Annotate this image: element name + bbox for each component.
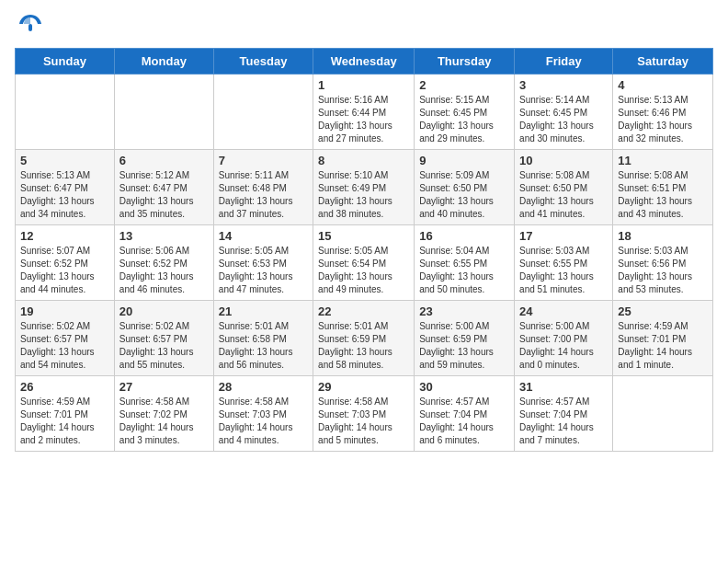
calendar-day-cell: 15Sunrise: 5:05 AM Sunset: 6:54 PM Dayli… <box>313 225 415 301</box>
day-info: Sunrise: 5:08 AM Sunset: 6:50 PM Dayligh… <box>519 169 608 221</box>
day-number: 29 <box>318 380 409 394</box>
day-number: 30 <box>419 380 509 394</box>
svg-rect-0 <box>28 24 32 31</box>
day-info: Sunrise: 5:00 AM Sunset: 7:00 PM Dayligh… <box>519 320 608 372</box>
day-number: 5 <box>20 154 109 167</box>
day-info: Sunrise: 5:05 AM Sunset: 6:53 PM Dayligh… <box>219 245 308 296</box>
calendar-day-cell: 13Sunrise: 5:06 AM Sunset: 6:52 PM Dayli… <box>114 225 213 301</box>
calendar-day-cell: 6Sunrise: 5:12 AM Sunset: 6:47 PM Daylig… <box>114 150 213 225</box>
day-info: Sunrise: 5:01 AM Sunset: 6:59 PM Dayligh… <box>318 320 409 372</box>
day-info: Sunrise: 4:57 AM Sunset: 7:04 PM Dayligh… <box>419 396 509 447</box>
day-number: 13 <box>119 229 209 243</box>
empty-day-cell <box>613 376 713 452</box>
day-of-week-header: Tuesday <box>213 49 313 75</box>
calendar-day-cell: 7Sunrise: 5:11 AM Sunset: 6:48 PM Daylig… <box>213 150 313 225</box>
day-info: Sunrise: 5:05 AM Sunset: 6:54 PM Dayligh… <box>318 245 409 296</box>
calendar-day-cell: 28Sunrise: 4:58 AM Sunset: 7:03 PM Dayli… <box>213 376 313 452</box>
calendar-day-cell: 22Sunrise: 5:01 AM Sunset: 6:59 PM Dayli… <box>313 301 415 376</box>
day-info: Sunrise: 5:09 AM Sunset: 6:50 PM Dayligh… <box>419 169 509 221</box>
day-info: Sunrise: 5:07 AM Sunset: 6:52 PM Dayligh… <box>20 245 109 296</box>
day-info: Sunrise: 4:58 AM Sunset: 7:03 PM Dayligh… <box>219 396 308 447</box>
day-number: 7 <box>219 154 308 167</box>
day-info: Sunrise: 4:58 AM Sunset: 7:02 PM Dayligh… <box>119 396 209 447</box>
calendar-day-cell: 18Sunrise: 5:03 AM Sunset: 6:56 PM Dayli… <box>613 225 713 301</box>
day-info: Sunrise: 5:15 AM Sunset: 6:45 PM Dayligh… <box>419 94 509 145</box>
calendar-day-cell: 10Sunrise: 5:08 AM Sunset: 6:50 PM Dayli… <box>515 150 613 225</box>
page-header <box>15 15 713 37</box>
calendar-header-row: SundayMondayTuesdayWednesdayThursdayFrid… <box>16 49 713 75</box>
logo-icon <box>17 11 43 37</box>
calendar-day-cell: 29Sunrise: 4:58 AM Sunset: 7:03 PM Dayli… <box>313 376 415 452</box>
day-of-week-header: Sunday <box>16 49 115 75</box>
day-number: 21 <box>219 304 308 318</box>
day-number: 11 <box>618 154 708 167</box>
calendar-day-cell: 12Sunrise: 5:07 AM Sunset: 6:52 PM Dayli… <box>16 225 115 301</box>
day-number: 15 <box>318 229 409 243</box>
calendar-day-cell: 26Sunrise: 4:59 AM Sunset: 7:01 PM Dayli… <box>16 376 115 452</box>
calendar-day-cell: 21Sunrise: 5:01 AM Sunset: 6:58 PM Dayli… <box>213 301 313 376</box>
day-number: 25 <box>618 304 708 318</box>
empty-day-cell <box>16 75 115 150</box>
day-number: 26 <box>20 380 109 394</box>
day-info: Sunrise: 5:11 AM Sunset: 6:48 PM Dayligh… <box>219 169 308 221</box>
day-info: Sunrise: 5:16 AM Sunset: 6:44 PM Dayligh… <box>318 94 409 145</box>
calendar-week-row: 1Sunrise: 5:16 AM Sunset: 6:44 PM Daylig… <box>16 75 713 150</box>
day-info: Sunrise: 4:58 AM Sunset: 7:03 PM Dayligh… <box>318 396 409 447</box>
calendar-day-cell: 11Sunrise: 5:08 AM Sunset: 6:51 PM Dayli… <box>613 150 713 225</box>
day-number: 24 <box>519 304 608 318</box>
day-info: Sunrise: 5:02 AM Sunset: 6:57 PM Dayligh… <box>119 320 209 372</box>
day-number: 4 <box>618 78 708 92</box>
day-info: Sunrise: 5:08 AM Sunset: 6:51 PM Dayligh… <box>618 169 708 221</box>
calendar-week-row: 19Sunrise: 5:02 AM Sunset: 6:57 PM Dayli… <box>16 301 713 376</box>
day-number: 23 <box>419 304 509 318</box>
day-of-week-header: Saturday <box>613 49 713 75</box>
calendar-day-cell: 9Sunrise: 5:09 AM Sunset: 6:50 PM Daylig… <box>415 150 515 225</box>
day-info: Sunrise: 5:00 AM Sunset: 6:59 PM Dayligh… <box>419 320 509 372</box>
day-number: 20 <box>119 304 209 318</box>
calendar-day-cell: 5Sunrise: 5:13 AM Sunset: 6:47 PM Daylig… <box>16 150 115 225</box>
logo <box>15 15 43 37</box>
calendar-day-cell: 31Sunrise: 4:57 AM Sunset: 7:04 PM Dayli… <box>515 376 613 452</box>
day-of-week-header: Monday <box>114 49 213 75</box>
day-info: Sunrise: 5:01 AM Sunset: 6:58 PM Dayligh… <box>219 320 308 372</box>
day-info: Sunrise: 5:14 AM Sunset: 6:45 PM Dayligh… <box>519 94 608 145</box>
calendar-day-cell: 16Sunrise: 5:04 AM Sunset: 6:55 PM Dayli… <box>415 225 515 301</box>
day-number: 8 <box>318 154 409 167</box>
calendar-day-cell: 8Sunrise: 5:10 AM Sunset: 6:49 PM Daylig… <box>313 150 415 225</box>
day-number: 17 <box>519 229 608 243</box>
day-number: 9 <box>419 154 509 167</box>
day-info: Sunrise: 5:13 AM Sunset: 6:46 PM Dayligh… <box>618 94 708 145</box>
day-info: Sunrise: 5:06 AM Sunset: 6:52 PM Dayligh… <box>119 245 209 296</box>
calendar-day-cell: 27Sunrise: 4:58 AM Sunset: 7:02 PM Dayli… <box>114 376 213 452</box>
day-number: 12 <box>20 229 109 243</box>
calendar-week-row: 26Sunrise: 4:59 AM Sunset: 7:01 PM Dayli… <box>16 376 713 452</box>
calendar-day-cell: 23Sunrise: 5:00 AM Sunset: 6:59 PM Dayli… <box>415 301 515 376</box>
day-number: 28 <box>219 380 308 394</box>
calendar-week-row: 12Sunrise: 5:07 AM Sunset: 6:52 PM Dayli… <box>16 225 713 301</box>
calendar-day-cell: 2Sunrise: 5:15 AM Sunset: 6:45 PM Daylig… <box>415 75 515 150</box>
day-info: Sunrise: 5:13 AM Sunset: 6:47 PM Dayligh… <box>20 169 109 221</box>
day-of-week-header: Friday <box>515 49 613 75</box>
calendar-day-cell: 4Sunrise: 5:13 AM Sunset: 6:46 PM Daylig… <box>613 75 713 150</box>
calendar-day-cell: 3Sunrise: 5:14 AM Sunset: 6:45 PM Daylig… <box>515 75 613 150</box>
calendar-day-cell: 25Sunrise: 4:59 AM Sunset: 7:01 PM Dayli… <box>613 301 713 376</box>
day-number: 6 <box>119 154 209 167</box>
day-number: 2 <box>419 78 509 92</box>
day-info: Sunrise: 5:03 AM Sunset: 6:56 PM Dayligh… <box>618 245 708 296</box>
day-number: 31 <box>519 380 608 394</box>
day-number: 19 <box>20 304 109 318</box>
day-info: Sunrise: 4:59 AM Sunset: 7:01 PM Dayligh… <box>618 320 708 372</box>
day-info: Sunrise: 4:57 AM Sunset: 7:04 PM Dayligh… <box>519 396 608 447</box>
day-info: Sunrise: 5:03 AM Sunset: 6:55 PM Dayligh… <box>519 245 608 296</box>
calendar-day-cell: 30Sunrise: 4:57 AM Sunset: 7:04 PM Dayli… <box>415 376 515 452</box>
day-number: 3 <box>519 78 608 92</box>
day-number: 27 <box>119 380 209 394</box>
calendar-day-cell: 24Sunrise: 5:00 AM Sunset: 7:00 PM Dayli… <box>515 301 613 376</box>
day-of-week-header: Wednesday <box>313 49 415 75</box>
empty-day-cell <box>114 75 213 150</box>
day-number: 22 <box>318 304 409 318</box>
day-info: Sunrise: 5:10 AM Sunset: 6:49 PM Dayligh… <box>318 169 409 221</box>
empty-day-cell <box>213 75 313 150</box>
calendar-day-cell: 14Sunrise: 5:05 AM Sunset: 6:53 PM Dayli… <box>213 225 313 301</box>
day-of-week-header: Thursday <box>415 49 515 75</box>
